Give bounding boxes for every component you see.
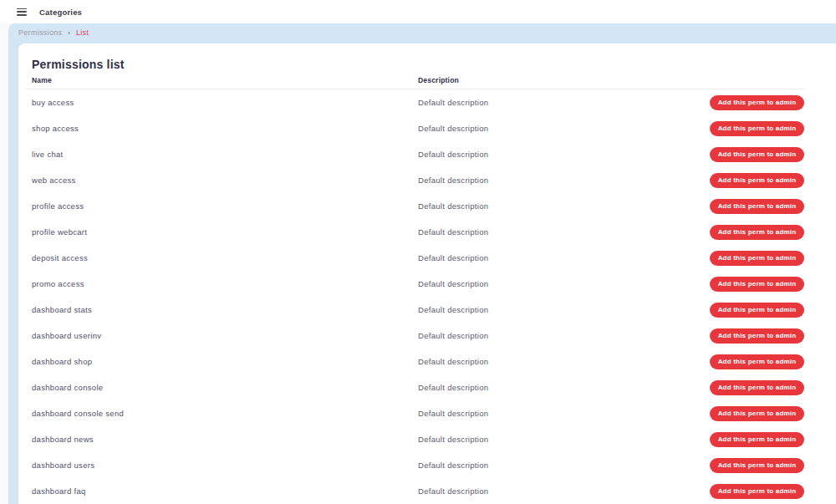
row-action-cell: Add this perm to admin	[710, 432, 804, 447]
breadcrumb-permissions[interactable]: Permissions	[18, 28, 62, 37]
add-perm-to-admin-button[interactable]: Add this perm to admin	[710, 251, 804, 266]
permission-description: Default description	[418, 331, 710, 340]
table-header-row: Name Description	[25, 76, 804, 89]
row-action-cell: Add this perm to admin	[710, 303, 804, 318]
add-perm-to-admin-button[interactable]: Add this perm to admin	[710, 277, 804, 292]
breadcrumb-separator-icon: ›	[68, 29, 70, 37]
table-row: dashboard faq Default description Add th…	[25, 478, 804, 504]
add-perm-to-admin-button[interactable]: Add this perm to admin	[710, 121, 804, 136]
permission-name: dashboard console	[32, 383, 418, 392]
table-row: buy access Default description Add this …	[25, 89, 804, 115]
permission-description: Default description	[418, 176, 710, 185]
permission-name: profile webcart	[32, 227, 418, 237]
add-perm-to-admin-button[interactable]: Add this perm to admin	[710, 225, 804, 240]
permission-description: Default description	[418, 124, 710, 133]
permission-name: promo access	[32, 279, 418, 288]
add-perm-to-admin-button[interactable]: Add this perm to admin	[710, 328, 804, 344]
permission-name: dashboard news	[32, 435, 418, 444]
add-perm-to-admin-button[interactable]: Add this perm to admin	[710, 199, 804, 214]
top-bar: Categories	[0, 0, 836, 23]
add-perm-to-admin-button[interactable]: Add this perm to admin	[710, 406, 804, 421]
permission-name: dashboard stats	[32, 305, 418, 314]
table-row: dashboard news Default description Add t…	[25, 426, 804, 452]
column-header-description: Description	[418, 76, 710, 84]
table-row: dashboard console Default description Ad…	[25, 374, 804, 400]
permission-description: Default description	[418, 409, 710, 418]
row-action-cell: Add this perm to admin	[710, 328, 804, 344]
permission-description: Default description	[418, 201, 710, 211]
permission-name: dashboard userinv	[32, 331, 418, 340]
table-body: buy access Default description Add this …	[25, 89, 804, 504]
table-row: dashboard stats Default description Add …	[25, 297, 804, 323]
table-row: dashboard users Default description Add …	[25, 452, 804, 478]
row-action-cell: Add this perm to admin	[710, 147, 804, 162]
permission-description: Default description	[418, 461, 710, 470]
row-action-cell: Add this perm to admin	[710, 354, 804, 369]
permission-description: Default description	[418, 435, 710, 444]
breadcrumb-list[interactable]: List	[76, 28, 89, 37]
add-perm-to-admin-button[interactable]: Add this perm to admin	[710, 458, 804, 473]
permission-name: deposit access	[32, 253, 418, 262]
permission-name: web access	[32, 176, 418, 185]
row-action-cell: Add this perm to admin	[710, 380, 804, 395]
row-action-cell: Add this perm to admin	[710, 251, 804, 266]
table-row: dashboard userinv Default description Ad…	[25, 323, 804, 349]
add-perm-to-admin-button[interactable]: Add this perm to admin	[710, 432, 804, 447]
permissions-card: Permissions list Name Description buy ac…	[18, 43, 836, 504]
row-action-cell: Add this perm to admin	[710, 458, 804, 473]
row-action-cell: Add this perm to admin	[710, 406, 804, 421]
table-row: dashboard shop Default description Add t…	[25, 349, 804, 374]
column-header-name: Name	[32, 76, 418, 84]
permission-description: Default description	[418, 357, 710, 366]
permission-name: dashboard shop	[32, 357, 418, 366]
permission-description: Default description	[418, 383, 710, 392]
permission-description: Default description	[418, 305, 710, 314]
permission-description: Default description	[418, 279, 710, 288]
content-panel: Permissions › List Permissions list Name…	[8, 23, 836, 504]
row-action-cell: Add this perm to admin	[710, 484, 804, 499]
topbar-title: Categories	[39, 8, 82, 17]
add-perm-to-admin-button[interactable]: Add this perm to admin	[710, 380, 804, 395]
permissions-table: Name Description buy access Default desc…	[25, 76, 804, 504]
add-perm-to-admin-button[interactable]: Add this perm to admin	[710, 173, 804, 188]
permission-name: profile access	[32, 201, 418, 211]
permission-description: Default description	[418, 227, 710, 237]
hamburger-menu-icon[interactable]	[17, 8, 27, 16]
row-action-cell: Add this perm to admin	[710, 173, 804, 188]
row-action-cell: Add this perm to admin	[710, 225, 804, 240]
permission-name: shop access	[32, 124, 418, 133]
table-row: deposit access Default description Add t…	[25, 245, 804, 271]
breadcrumb: Permissions › List	[8, 23, 836, 42]
table-row: web access Default description Add this …	[25, 167, 804, 193]
permission-name: live chat	[32, 150, 418, 159]
permission-description: Default description	[418, 150, 710, 159]
page-title: Permissions list	[25, 58, 804, 71]
row-action-cell: Add this perm to admin	[710, 95, 804, 110]
row-action-cell: Add this perm to admin	[710, 121, 804, 136]
add-perm-to-admin-button[interactable]: Add this perm to admin	[710, 147, 804, 162]
permission-name: buy access	[32, 98, 418, 107]
row-action-cell: Add this perm to admin	[710, 277, 804, 292]
row-action-cell: Add this perm to admin	[710, 199, 804, 214]
add-perm-to-admin-button[interactable]: Add this perm to admin	[710, 354, 804, 369]
permission-name: dashboard console send	[32, 409, 418, 418]
table-row: profile webcart Default description Add …	[25, 219, 804, 245]
table-row: promo access Default description Add thi…	[25, 271, 804, 297]
add-perm-to-admin-button[interactable]: Add this perm to admin	[710, 484, 804, 499]
permission-description: Default description	[418, 98, 710, 107]
table-row: dashboard console send Default descripti…	[25, 400, 804, 426]
table-row: shop access Default description Add this…	[25, 115, 804, 141]
permission-description: Default description	[418, 486, 710, 496]
table-row: profile access Default description Add t…	[25, 193, 804, 219]
add-perm-to-admin-button[interactable]: Add this perm to admin	[710, 95, 804, 110]
add-perm-to-admin-button[interactable]: Add this perm to admin	[710, 303, 804, 318]
permission-name: dashboard faq	[32, 486, 418, 496]
permission-name: dashboard users	[32, 461, 418, 470]
table-row: live chat Default description Add this p…	[25, 141, 804, 167]
permission-description: Default description	[418, 253, 710, 262]
